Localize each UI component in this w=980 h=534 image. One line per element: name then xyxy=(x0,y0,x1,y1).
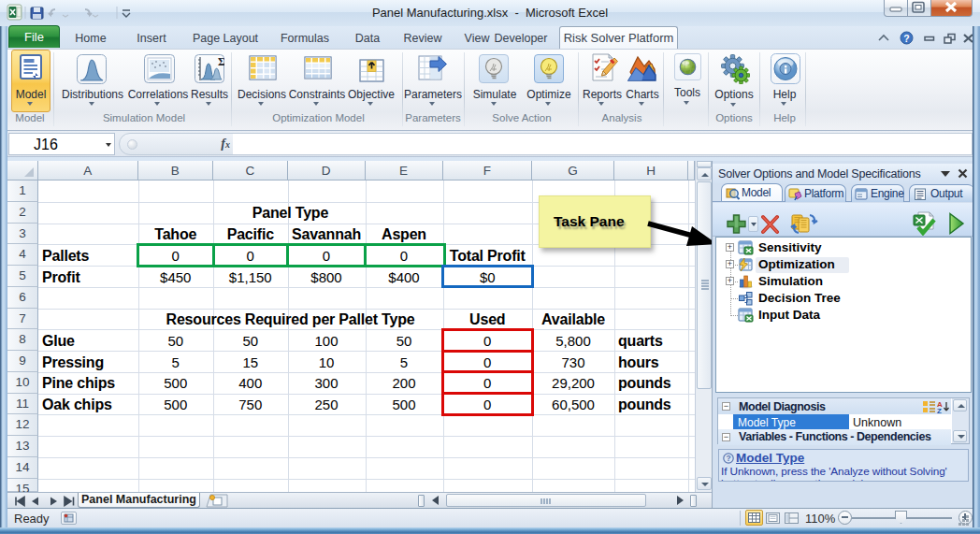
svg-text:Z: Z xyxy=(937,407,942,413)
svg-text:?: ? xyxy=(903,33,909,44)
svg-text:?: ? xyxy=(726,454,730,463)
svg-text:Σ: Σ xyxy=(218,55,224,68)
